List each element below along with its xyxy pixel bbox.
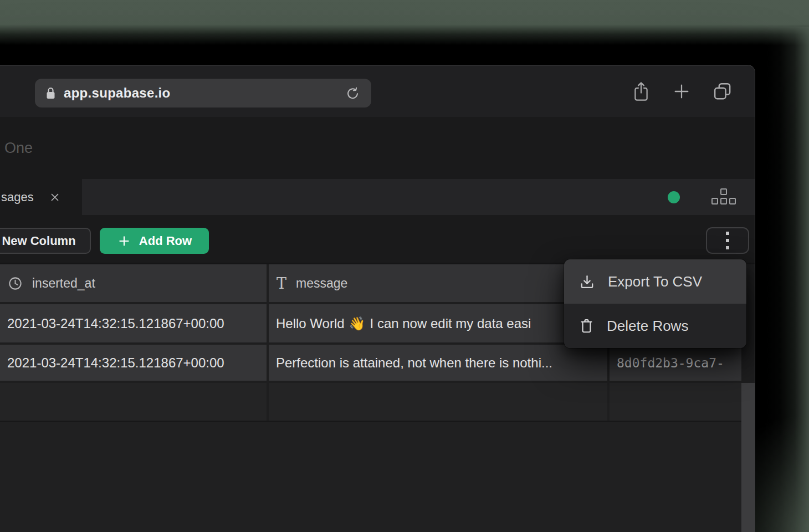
cell-message[interactable]: Perfection is attained, not when there i… (269, 345, 607, 381)
column-divider (607, 383, 610, 421)
trash-icon (578, 318, 595, 335)
sitemap-square (720, 188, 727, 195)
download-icon (578, 273, 596, 290)
lock-icon (46, 87, 55, 99)
cell-inserted-at[interactable]: 2021-03-24T14:32:15.121867+00:00 (0, 345, 267, 381)
menu-item-label: Delete Rows (607, 318, 688, 335)
cell-id[interactable]: 8d0fd2b3-9ca7- (610, 345, 741, 381)
wave-emoji: 👋 (349, 316, 366, 331)
tab-label: sages (1, 190, 34, 204)
menu-item-delete-rows[interactable]: Delete Rows (564, 304, 746, 348)
sitemap-square (729, 198, 736, 204)
plus-icon (117, 234, 131, 248)
url-text: app.supabase.io (64, 85, 171, 101)
sitemap-square (711, 198, 718, 204)
background-gradient-top (0, 0, 809, 47)
new-tab-plus-icon[interactable] (669, 65, 694, 117)
column-header-label: message (296, 276, 347, 291)
vertical-scrollbar[interactable] (741, 383, 755, 532)
address-bar[interactable]: app.supabase.io (35, 79, 371, 108)
grid-footer-area (0, 422, 741, 532)
cell-inserted-at[interactable]: 2021-03-24T14:32:15.121867+00:00 (0, 304, 267, 342)
page-background: app.supabase.io (0, 0, 809, 532)
tab-close-icon[interactable] (49, 192, 60, 203)
empty-rows-area (0, 383, 741, 421)
column-header-message[interactable]: T message (269, 264, 607, 302)
message-text: I can now edit my data easi (370, 316, 531, 331)
menu-item-label: Export To CSV (608, 273, 702, 290)
tab-overview-icon[interactable] (710, 65, 735, 117)
reload-icon[interactable] (345, 86, 360, 101)
message-text: Hello World (276, 316, 345, 331)
tab-messages[interactable]: sages (0, 179, 82, 215)
context-menu: Export To CSV Delete Rows (564, 259, 746, 348)
sitemap-square (720, 198, 727, 204)
clock-icon (8, 276, 23, 291)
column-header-inserted-at[interactable]: inserted_at (0, 264, 267, 302)
add-row-label: Add Row (139, 234, 192, 248)
more-options-button[interactable] (706, 227, 749, 254)
column-divider (267, 383, 269, 421)
menu-item-export-csv[interactable]: Export To CSV (564, 259, 746, 304)
browser-window: app.supabase.io (0, 65, 755, 532)
text-type-icon: T (277, 276, 286, 291)
status-dot (668, 191, 680, 203)
sitemap-icon[interactable] (711, 188, 737, 206)
kebab-icon (726, 246, 729, 249)
kebab-icon (726, 232, 729, 235)
new-column-button[interactable]: New Column (0, 228, 91, 254)
column-header-label: inserted_at (32, 276, 95, 291)
tab-bar (0, 179, 755, 215)
share-icon[interactable] (628, 65, 654, 117)
project-name: One (4, 117, 33, 179)
add-row-button[interactable]: Add Row (100, 228, 209, 254)
new-column-label: New Column (2, 234, 75, 248)
browser-chrome: app.supabase.io (0, 65, 755, 117)
cell-message[interactable]: Hello World 👋 I can now edit my data eas… (269, 304, 607, 342)
kebab-icon (726, 239, 729, 242)
app-header: One Feedback on this page? (0, 117, 755, 179)
